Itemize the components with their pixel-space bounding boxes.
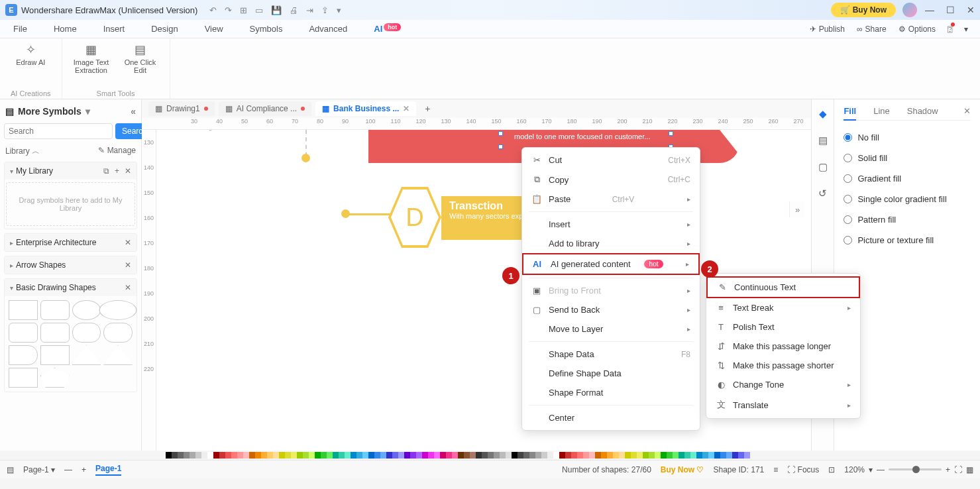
shape-data-item[interactable]: Shape DataF8	[522, 345, 700, 364]
single-gradient-option[interactable]: Single color gradient fill	[844, 189, 971, 209]
section-header[interactable]: ▾My Library⧉+✕	[5, 162, 136, 180]
doc-tab-active[interactable]: ▦Bank Business ...✕	[315, 101, 416, 116]
minimize-button[interactable]: —	[925, 5, 934, 15]
ellipse-shape[interactable]	[99, 300, 137, 320]
menu-design[interactable]: Design	[151, 24, 178, 34]
manage-link[interactable]: ✎ Manage	[98, 146, 136, 157]
save-icon[interactable]: 💾	[271, 5, 282, 15]
color-palette[interactable]	[0, 451, 980, 460]
fit-icon[interactable]: ⊡	[828, 465, 835, 474]
notification-icon[interactable]: ⍰	[948, 25, 952, 34]
page-selector[interactable]: Page-1 ▾	[23, 465, 55, 474]
fill-tab[interactable]: Fill	[844, 106, 856, 121]
zoom-out[interactable]: —	[877, 465, 885, 474]
drop-zone[interactable]: Drag symbols here to add to My Library	[6, 182, 135, 226]
rect-shape[interactable]	[9, 323, 38, 343]
send-back-item[interactable]: ▢Send to Back▸	[522, 300, 700, 319]
expand-rail-icon[interactable]: »	[789, 201, 805, 217]
shadow-tab[interactable]: Shadow	[907, 106, 938, 116]
one-click-edit-tool[interactable]: ▤One Click Edit	[122, 42, 159, 74]
menu-symbols[interactable]: Symbols	[250, 24, 283, 34]
text-tool-icon[interactable]: ▤	[815, 133, 831, 148]
fit-page-icon[interactable]: ⛶	[954, 465, 962, 474]
tag-shape[interactable]	[9, 345, 38, 365]
publish-button[interactable]: ✈ Publish	[810, 25, 845, 34]
insert-item[interactable]: Insert▸	[522, 215, 700, 234]
define-data-item[interactable]: Define Shape Data	[522, 364, 700, 383]
circle-shape[interactable]	[72, 300, 101, 320]
menu-home[interactable]: Home	[54, 24, 77, 34]
zoom-in[interactable]: +	[946, 465, 950, 474]
undo-icon[interactable]: ↶	[209, 5, 217, 15]
maximize-button[interactable]: ☐	[946, 5, 955, 15]
close-button[interactable]: ✕	[967, 5, 975, 15]
add-library-item[interactable]: Add to library▸	[522, 234, 700, 253]
collapse-panel-icon[interactable]: «	[131, 106, 136, 117]
cut-item[interactable]: ✂CutCtrl+X	[522, 150, 700, 170]
longer-item[interactable]: ⇵Make this passage longer	[706, 337, 860, 356]
rounded-shape[interactable]	[103, 323, 133, 343]
rect-shape[interactable]	[9, 368, 38, 388]
node-dot[interactable]	[341, 209, 350, 218]
outline-icon[interactable]: ▤	[7, 465, 14, 474]
options-button[interactable]: ⚙ Options	[898, 25, 936, 34]
fullscreen-icon[interactable]: ▦	[966, 465, 973, 474]
menu-view[interactable]: View	[205, 24, 223, 34]
triangle-shape[interactable]	[103, 345, 133, 365]
pentagon-shape[interactable]	[40, 368, 70, 388]
image-text-extraction-tool[interactable]: ▦Image Text Extraction	[73, 42, 110, 74]
remove-icon[interactable]: ✕	[125, 260, 131, 270]
focus-button[interactable]: ⛶ Focus	[787, 465, 819, 474]
change-tone-item[interactable]: ◐Change Tone▸	[706, 375, 860, 394]
solid-fill-option[interactable]: Solid fill	[844, 148, 971, 168]
gradient-fill-option[interactable]: Gradient fill	[844, 168, 971, 189]
duplicate-icon[interactable]: ⧉	[103, 166, 109, 176]
remove-icon[interactable]: ✕	[125, 166, 131, 176]
library-link[interactable]: Library ︿	[5, 146, 40, 157]
zoom-slider[interactable]	[889, 468, 942, 470]
add-tab-button[interactable]: +	[420, 101, 435, 116]
doc-tab[interactable]: ▦Drawing1	[148, 101, 215, 116]
zoom-level[interactable]: 120%	[844, 465, 865, 474]
user-avatar[interactable]	[902, 3, 917, 17]
translate-item[interactable]: 文Translate▸	[706, 394, 860, 415]
shape-format-item[interactable]: Shape Format	[522, 383, 700, 402]
page-tab[interactable]: Page-1	[95, 464, 121, 476]
copy-item[interactable]: ⧉CopyCtrl+C	[522, 170, 700, 190]
line-tab[interactable]: Line	[873, 106, 890, 116]
rect-shape[interactable]	[40, 323, 70, 343]
menu-advanced[interactable]: Advanced	[309, 24, 347, 34]
open-icon[interactable]: ▭	[255, 5, 263, 15]
remove-icon[interactable]: ✕	[125, 283, 131, 292]
next-page[interactable]: +	[82, 465, 86, 474]
rounded-shape[interactable]	[72, 323, 101, 343]
bring-front-item[interactable]: ▣Bring to Front▸	[522, 281, 700, 300]
rect-shape[interactable]	[40, 345, 70, 365]
layers-icon[interactable]: ≡	[773, 465, 778, 474]
fill-tool-icon[interactable]: ◆	[815, 106, 831, 122]
buy-now-button[interactable]: 🛒 Buy Now	[831, 3, 896, 17]
section-header[interactable]: ▸Enterprise Architecture✕	[5, 234, 136, 251]
triangle-shape[interactable]	[72, 345, 101, 365]
shorter-item[interactable]: ⇅Make this passage shorter	[706, 356, 860, 375]
close-panel-icon[interactable]: ✕	[963, 106, 971, 116]
collapse-ribbon-icon[interactable]: ▾	[964, 25, 968, 34]
polish-text-item[interactable]: TPolish Text	[706, 317, 860, 337]
section-header[interactable]: ▾Basic Drawing Shapes✕	[5, 279, 136, 296]
no-fill-option[interactable]: No fill	[844, 127, 971, 148]
section-header[interactable]: ▸Arrow Shapes✕	[5, 256, 136, 274]
share-button[interactable]: ∞ Share	[857, 25, 887, 34]
menu-insert[interactable]: Insert	[103, 24, 125, 34]
menu-file[interactable]: File	[13, 24, 27, 34]
remove-icon[interactable]: ✕	[125, 238, 131, 247]
rounded-rect-shape[interactable]	[40, 300, 70, 320]
node-dot[interactable]	[301, 154, 310, 162]
paste-item[interactable]: 📋PasteCtrl+V ▸	[522, 190, 700, 209]
menu-ai[interactable]: AIhot	[374, 24, 401, 34]
ai-generated-item[interactable]: AIAI generated contenthot ▸	[522, 253, 700, 275]
history-icon[interactable]: ↺	[815, 186, 831, 201]
continuous-text-item[interactable]: ✎Continuous Text	[706, 276, 860, 298]
move-layer-item[interactable]: Move to Layer▸	[522, 319, 700, 339]
buy-now-link[interactable]: Buy Now ♡	[661, 465, 704, 474]
share-icon[interactable]: ⇪	[321, 5, 329, 15]
